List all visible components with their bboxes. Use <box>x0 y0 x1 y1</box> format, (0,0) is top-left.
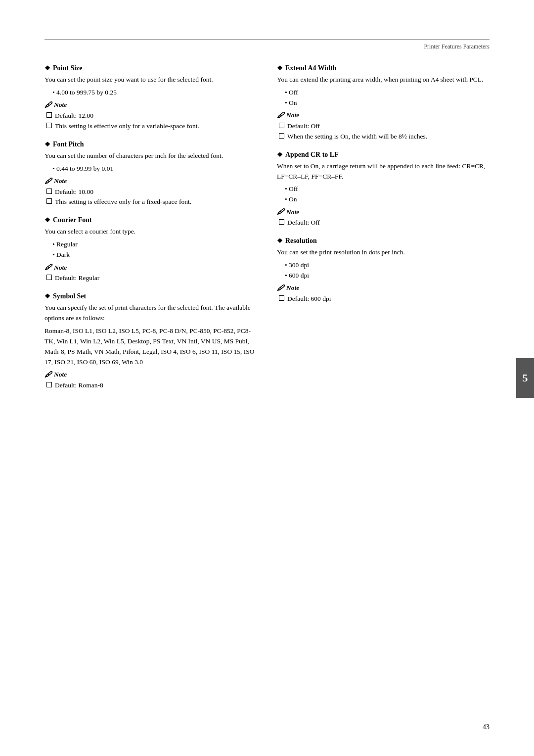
bullet-item: Off <box>285 184 490 194</box>
section-point-size: ❖ Point Size You can set the point size … <box>44 64 257 132</box>
append-cr-body: When set to On, a carriage return will b… <box>277 161 490 182</box>
courier-font-bullets: Regular Dark <box>52 239 257 260</box>
diamond-icon: ❖ <box>277 151 283 159</box>
diamond-icon: ❖ <box>44 141 50 148</box>
bullet-item: Off <box>285 88 490 98</box>
section-courier-font: ❖ Courier Font You can select a courier … <box>44 216 257 284</box>
section-resolution: ❖ Resolution You can set the print resol… <box>277 237 490 304</box>
font-pitch-title: ❖ Font Pitch <box>44 141 257 148</box>
note-icon: 🖊 <box>44 371 52 379</box>
font-pitch-bullets: 0.44 to 99.99 by 0.01 <box>52 164 257 174</box>
font-pitch-body: You can set the number of characters per… <box>44 151 257 161</box>
sidebar-tab: 5 <box>516 358 534 398</box>
note-label: 🖊 Note <box>44 263 257 272</box>
diamond-icon: ❖ <box>44 64 50 72</box>
section-symbol-set: ❖ Symbol Set You can specify the set of … <box>44 292 257 390</box>
diamond-icon: ❖ <box>277 237 283 245</box>
checkbox-icon <box>46 198 52 204</box>
note-icon: 🖊 <box>44 101 52 109</box>
resolution-body: You can set the print resolution in dots… <box>277 247 490 258</box>
checkbox-icon <box>46 275 52 280</box>
append-cr-bullets: Off On <box>285 184 490 205</box>
extend-a4-bullets: Off On <box>285 88 490 108</box>
bullet-item: Regular <box>52 239 257 250</box>
checkbox-icon <box>279 123 284 128</box>
point-size-title: ❖ Point Size <box>44 64 257 72</box>
diamond-icon: ❖ <box>44 216 50 224</box>
section-extend-a4: ❖ Extend A4 Width You can extend the pri… <box>277 64 490 142</box>
symbol-set-title: ❖ Symbol Set <box>44 292 257 300</box>
note-item-0: Default: Regular <box>46 273 257 284</box>
note-item-0: Default: 600 dpi <box>279 294 490 304</box>
symbol-set-body: You can specify the set of print charact… <box>44 303 257 324</box>
note-label: 🖊 Note <box>277 111 490 120</box>
checkbox-icon <box>279 295 284 301</box>
append-cr-note: 🖊 Note Default: Off <box>277 208 490 228</box>
resolution-bullets: 300 dpi 600 dpi <box>285 260 490 281</box>
note-item-0: Default: Off <box>279 121 490 132</box>
extend-a4-note: 🖊 Note Default: Off When the setting is … <box>277 111 490 142</box>
bullet-item: 600 dpi <box>285 271 490 281</box>
bullet-item: 300 dpi <box>285 260 490 271</box>
section-append-cr: ❖ Append CR to LF When set to On, a carr… <box>277 151 490 229</box>
symbol-set-body2: Roman-8, ISO L1, ISO L2, ISO L5, PC-8, P… <box>44 326 257 368</box>
note-icon: 🖊 <box>44 263 52 272</box>
courier-font-note: 🖊 Note Default: Regular <box>44 263 257 284</box>
note-label: 🖊 Note <box>44 101 257 109</box>
checkbox-icon <box>46 112 52 118</box>
note-item-1: This setting is effective only for a fix… <box>46 197 257 207</box>
note-label: 🖊 Note <box>44 177 257 186</box>
note-icon: 🖊 <box>277 208 284 216</box>
bullet-item: On <box>285 98 490 108</box>
extend-a4-title: ❖ Extend A4 Width <box>277 64 490 72</box>
resolution-title: ❖ Resolution <box>277 237 490 245</box>
bullet-item: 0.44 to 99.99 by 0.01 <box>52 164 257 174</box>
courier-font-title: ❖ Courier Font <box>44 216 257 224</box>
point-size-bullets: 4.00 to 999.75 by 0.25 <box>52 88 257 98</box>
note-icon: 🖊 <box>44 177 52 186</box>
resolution-note: 🖊 Note Default: 600 dpi <box>277 284 490 304</box>
note-label: 🖊 Note <box>277 208 490 216</box>
checkbox-icon <box>46 189 52 194</box>
diamond-icon: ❖ <box>277 64 283 72</box>
font-pitch-note: 🖊 Note Default: 10.00 This setting is ef… <box>44 177 257 208</box>
extend-a4-body: You can extend the printing area width, … <box>277 75 490 85</box>
symbol-set-note: 🖊 Note Default: Roman-8 <box>44 371 257 391</box>
page: Printer Features Parameters ❖ Point Size… <box>0 0 534 756</box>
note-label: 🖊 Note <box>44 371 257 379</box>
right-column: ❖ Extend A4 Width You can extend the pri… <box>277 64 490 400</box>
checkbox-icon <box>46 382 52 387</box>
note-item-0: Default: Roman-8 <box>46 380 257 391</box>
note-item-0: Default: 10.00 <box>46 187 257 197</box>
note-icon: 🖊 <box>277 111 284 120</box>
note-item-0: Default: Off <box>279 218 490 228</box>
header-rule <box>44 40 490 40</box>
append-cr-title: ❖ Append CR to LF <box>277 151 490 159</box>
page-number: 43 <box>483 723 490 731</box>
header-title: Printer Features Parameters <box>44 43 490 50</box>
left-column: ❖ Point Size You can set the point size … <box>44 64 257 400</box>
bullet-item: 4.00 to 999.75 by 0.25 <box>52 88 257 98</box>
point-size-note: 🖊 Note Default: 12.00 This setting is ef… <box>44 101 257 132</box>
bullet-item: On <box>285 194 490 205</box>
checkbox-icon <box>46 123 52 128</box>
courier-font-body: You can select a courier font type. <box>44 227 257 237</box>
note-item-0: Default: 12.00 <box>46 111 257 121</box>
note-item-1: When the setting is On, the width will b… <box>279 132 490 142</box>
two-column-layout: ❖ Point Size You can set the point size … <box>44 64 490 400</box>
diamond-icon: ❖ <box>44 292 50 300</box>
note-label: 🖊 Note <box>277 284 490 292</box>
point-size-body: You can set the point size you want to u… <box>44 75 257 85</box>
note-item-1: This setting is effective only for a var… <box>46 121 257 132</box>
bullet-item: Dark <box>52 250 257 260</box>
section-font-pitch: ❖ Font Pitch You can set the number of c… <box>44 141 257 208</box>
checkbox-icon <box>279 133 284 139</box>
checkbox-icon <box>279 219 284 225</box>
note-icon: 🖊 <box>277 284 284 292</box>
